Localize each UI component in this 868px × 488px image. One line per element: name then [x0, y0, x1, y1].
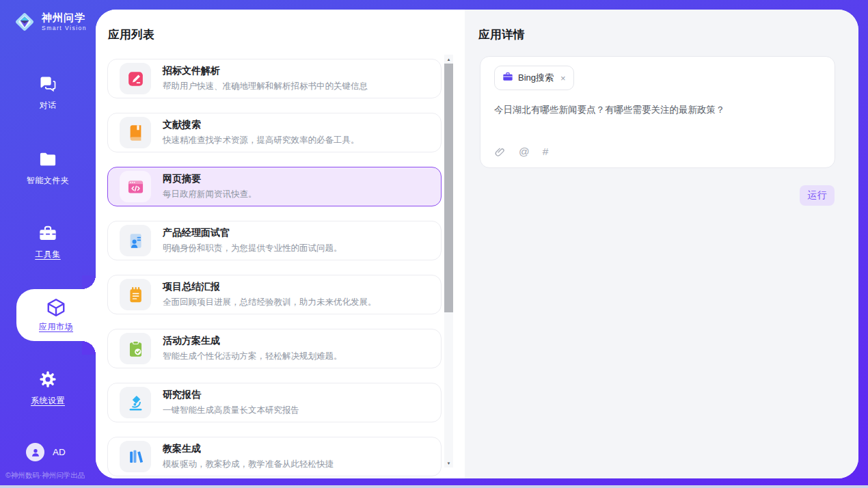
sidebar-item-label: 应用市场 — [39, 321, 73, 333]
app-card[interactable]: 网页摘要 每日政府新闻资讯快查。 — [107, 167, 442, 206]
chat-icon — [38, 74, 58, 94]
app-detail-panel: 应用详情 Bing搜索 × 今日湖北有哪些新闻要点？有哪些需要关注的最新政策？ … — [465, 10, 858, 478]
sidebar-item-label: 工具集 — [35, 249, 61, 260]
copyright: ©神州数码·神州问学出品 — [5, 471, 85, 480]
app-card[interactable]: 教案生成 模板驱动，教案秒成，教学准备从此轻松快捷 — [107, 437, 442, 476]
app-card-title: 招标文件解析 — [163, 65, 368, 77]
hash-icon[interactable]: # — [543, 146, 549, 158]
app-card-title: 教案生成 — [163, 443, 334, 455]
scrollbar[interactable]: ▲ ▼ — [444, 55, 453, 467]
app-card-description: 一键智能生成高质量长文本研究报告 — [163, 405, 299, 416]
prompt-input[interactable]: Bing搜索 × 今日湖北有哪些新闻要点？有哪些需要关注的最新政策？ @ # — [480, 56, 835, 168]
gear-icon — [38, 369, 58, 390]
app-card-title: 文献搜索 — [163, 119, 360, 131]
app-card-description: 模板驱动，教案秒成，教学准备从此轻松快捷 — [163, 459, 334, 470]
brand-tagline: Smart Vision — [42, 25, 87, 31]
app-card-title: 项目总结汇报 — [163, 281, 377, 293]
app-card[interactable]: 研究报告 一键智能生成高质量长文本研究报告 — [107, 383, 442, 422]
app-list-title: 应用列表 — [108, 27, 154, 42]
brand-text: 神州问学 Smart Vision — [42, 12, 87, 31]
attachment-toolbar: @ # — [494, 146, 548, 158]
user-menu[interactable]: AD — [26, 443, 66, 461]
window-bottom-edge — [0, 485, 868, 488]
sidebar-item-cube[interactable]: 应用市场 — [16, 289, 96, 341]
run-button[interactable]: 运行 — [800, 185, 835, 206]
user-initials: AD — [53, 447, 66, 457]
app-card-description: 快速精准查找学术资源，提高研究效率的必备工具。 — [163, 135, 360, 146]
tool-tag-bing[interactable]: Bing搜索 × — [494, 66, 574, 90]
app-window: 神州问学 Smart Vision 对话 智能文件夹 工具集 应用市场 — [0, 0, 868, 488]
sidebar-item-label: 系统设置 — [31, 395, 65, 407]
app-card[interactable]: 文献搜索 快速精准查找学术资源，提高研究效率的必备工具。 — [107, 113, 442, 152]
main-content: 应用列表 招标文件解析 帮助用户快速、准确地理解和解析招标书中的关键信息 文献搜… — [96, 10, 858, 478]
app-card-description: 全面回顾项目进展，总结经验教训，助力未来优化发展。 — [163, 297, 377, 308]
interviewer-icon — [120, 225, 151, 256]
sidebar-item-gear[interactable]: 系统设置 — [0, 369, 96, 407]
app-card-title: 活动方案生成 — [163, 335, 342, 347]
app-card-description: 帮助用户快速、准确地理解和解析招标书中的关键信息 — [163, 81, 368, 92]
sidebar: 神州问学 Smart Vision 对话 智能文件夹 工具集 应用市场 — [0, 0, 96, 485]
avatar — [26, 443, 44, 461]
scroll-up-icon[interactable]: ▲ — [444, 55, 453, 64]
edit-doc-icon — [120, 63, 151, 94]
tool-tag-close-icon[interactable]: × — [560, 74, 566, 83]
sidebar-item-label: 智能文件夹 — [27, 175, 70, 187]
brand: 神州问学 Smart Vision — [12, 10, 87, 34]
sidebar-item-label: 对话 — [40, 100, 57, 111]
cube-icon — [46, 297, 66, 318]
app-detail-title: 应用详情 — [478, 27, 525, 42]
app-card-description: 智能生成个性化活动方案，轻松解决规划难题。 — [163, 351, 342, 362]
app-card[interactable]: 项目总结汇报 全面回顾项目进展，总结经验教训，助力未来优化发展。 — [107, 275, 442, 314]
app-card-description: 明确身份和职责，为您提供专业性的面试问题。 — [163, 243, 342, 254]
brand-logo-icon — [12, 10, 37, 34]
app-card-title: 产品经理面试官 — [163, 227, 342, 239]
query-text: 今日湖北有哪些新闻要点？有哪些需要关注的最新政策？ — [494, 104, 821, 116]
app-card-title: 研究报告 — [163, 389, 299, 401]
folder-icon — [38, 149, 58, 170]
scroll-thumb[interactable] — [444, 64, 453, 312]
tool-tag-label: Bing搜索 — [518, 72, 554, 84]
app-card[interactable]: 活动方案生成 智能生成个性化活动方案，轻松解决规划难题。 — [107, 329, 442, 368]
book-icon — [120, 117, 151, 148]
scroll-down-icon[interactable]: ▼ — [444, 459, 453, 467]
books-icon — [120, 441, 151, 472]
sidebar-item-folder[interactable]: 智能文件夹 — [0, 149, 96, 187]
microscope-icon — [120, 387, 151, 418]
app-card[interactable]: 产品经理面试官 明确身份和职责，为您提供专业性的面试问题。 — [107, 221, 442, 260]
clipboard-check-icon — [120, 333, 151, 364]
paperclip-icon[interactable] — [494, 146, 506, 158]
toolbox-icon — [38, 223, 58, 243]
browser-code-icon — [120, 171, 151, 202]
sidebar-item-chat[interactable]: 对话 — [0, 74, 96, 111]
mention-icon[interactable]: @ — [519, 146, 530, 158]
briefcase-icon — [502, 71, 513, 85]
app-card[interactable]: 招标文件解析 帮助用户快速、准确地理解和解析招标书中的关键信息 — [107, 59, 442, 98]
notepad-icon — [120, 279, 151, 310]
brand-name: 神州问学 — [42, 12, 87, 24]
app-list-panel: 应用列表 招标文件解析 帮助用户快速、准确地理解和解析招标书中的关键信息 文献搜… — [96, 10, 465, 478]
app-card-description: 每日政府新闻资讯快查。 — [163, 189, 257, 200]
app-card-list: 招标文件解析 帮助用户快速、准确地理解和解析招标书中的关键信息 文献搜索 快速精… — [107, 59, 442, 478]
app-card-title: 网页摘要 — [163, 173, 257, 185]
sidebar-item-toolbox[interactable]: 工具集 — [0, 223, 96, 260]
